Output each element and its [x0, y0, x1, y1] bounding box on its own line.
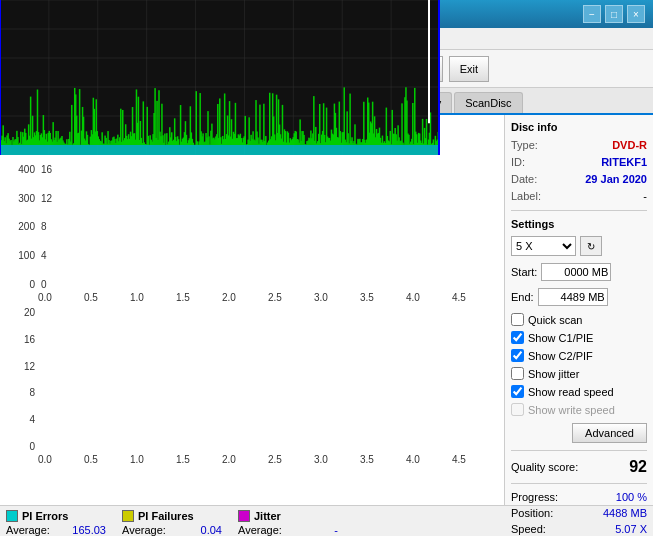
position-row: Position: 4488 MB [511, 507, 647, 519]
y-axis-right-0b: 0 [41, 279, 47, 290]
disc-label-value: - [643, 190, 647, 202]
exit-button[interactable]: Exit [449, 56, 489, 82]
y-axis-bot-12: 12 [24, 361, 35, 372]
y-axis-bot-16: 16 [24, 334, 35, 345]
refresh-button[interactable]: ↻ [580, 236, 602, 256]
position-value: 4488 MB [603, 507, 647, 519]
side-panel: Disc info Type: DVD-R ID: RITEKF1 Date: … [505, 115, 653, 505]
progress-row: Progress: 100 % [511, 491, 647, 503]
pi-failures-stats: PI Failures Average: 0.04 Maximum: 13 To… [122, 510, 222, 536]
show-c2pif-label: Show C2/PIF [528, 350, 593, 362]
quality-score-value: 92 [629, 458, 647, 476]
settings-title: Settings [511, 218, 647, 230]
pi-failures-avg: Average: 0.04 [122, 524, 222, 536]
end-mb-field[interactable] [538, 288, 608, 306]
start-mb-row: Start: [511, 263, 647, 281]
close-button[interactable]: × [627, 5, 645, 23]
y-axis-right-16: 16 [41, 164, 52, 175]
pi-errors-title: PI Errors [6, 510, 106, 522]
pi-failures-color [122, 510, 134, 522]
quality-score-row: Quality score: 92 [511, 458, 647, 476]
y-axis-top-0: 0 [29, 279, 35, 290]
pi-errors-stats: PI Errors Average: 165.03 Maximum: 423 T… [6, 510, 106, 536]
charts-area: recorded with TSSTcorp SH-B123L 500 400 … [0, 115, 505, 505]
exit-label: Exit [460, 63, 478, 75]
speed-value: 5.07 X [615, 523, 647, 535]
jitter-title: Jitter [238, 510, 338, 522]
divider-3 [511, 483, 647, 484]
show-write-speed-label: Show write speed [528, 404, 615, 416]
show-read-speed-checkbox[interactable] [511, 385, 524, 398]
end-mb-row: End: [511, 288, 647, 306]
pi-failures-chart [0, 0, 440, 145]
maximize-button[interactable]: □ [605, 5, 623, 23]
quality-score-label: Quality score: [511, 461, 578, 473]
y-axis-top-400: 400 [18, 164, 35, 175]
show-jitter-label: Show jitter [528, 368, 579, 380]
progress-value: 100 % [616, 491, 647, 503]
y-axis-top-300: 300 [18, 193, 35, 204]
pi-failures-title: PI Failures [122, 510, 222, 522]
disc-type-label: Type: [511, 139, 538, 151]
disc-date-value: 29 Jan 2020 [585, 173, 647, 185]
start-mb-label: Start: [511, 266, 537, 278]
title-bar-controls[interactable]: − □ × [583, 5, 645, 23]
show-c1pie-checkbox[interactable] [511, 331, 524, 344]
start-mb-field[interactable] [541, 263, 611, 281]
disc-id-value: RITEKF1 [601, 156, 647, 168]
pi-errors-color [6, 510, 18, 522]
divider-1 [511, 210, 647, 211]
jitter-avg: Average: - [238, 524, 338, 536]
x-axis-bottom: 0.00.51.01.52.02.53.03.54.04.5 [38, 454, 466, 465]
show-jitter-checkbox[interactable] [511, 367, 524, 380]
x-axis-top: 0.00.51.01.52.02.53.03.54.04.5 [38, 292, 466, 303]
disc-info-title: Disc info [511, 121, 647, 133]
show-write-speed-row: Show write speed [511, 403, 647, 416]
progress-label: Progress: [511, 491, 558, 503]
position-label: Position: [511, 507, 553, 519]
show-c2pif-checkbox[interactable] [511, 349, 524, 362]
disc-date-row: Date: 29 Jan 2020 [511, 173, 647, 185]
jitter-stats: Jitter Average: - Maximum: - PO failures… [238, 510, 338, 536]
tab-scandisc[interactable]: ScanDisc [454, 92, 522, 113]
y-axis-bot-20: 20 [24, 307, 35, 318]
disc-type-row: Type: DVD-R [511, 139, 647, 151]
y-axis-right-12: 12 [41, 193, 52, 204]
quick-scan-row: Quick scan [511, 313, 647, 326]
disc-id-row: ID: RITEKF1 [511, 156, 647, 168]
speed-label: Speed: [511, 523, 546, 535]
y-axis-right-8: 8 [41, 221, 47, 232]
divider-2 [511, 450, 647, 451]
jitter-color [238, 510, 250, 522]
disc-label-row: Label: - [511, 190, 647, 202]
quick-scan-label: Quick scan [528, 314, 582, 326]
main-content: recorded with TSSTcorp SH-B123L 500 400 … [0, 115, 653, 505]
y-axis-top-100: 100 [18, 250, 35, 261]
pi-errors-avg: Average: 165.03 [6, 524, 106, 536]
disc-id-label: ID: [511, 156, 525, 168]
disc-date-label: Date: [511, 173, 537, 185]
y-axis-top-200: 200 [18, 221, 35, 232]
y-axis-bot-8: 8 [29, 387, 35, 398]
disc-label-label: Label: [511, 190, 541, 202]
advanced-button[interactable]: Advanced [572, 423, 647, 443]
speed-select[interactable]: 5 X 4 X 8 X Max [511, 236, 576, 256]
quick-scan-checkbox[interactable] [511, 313, 524, 326]
show-read-speed-row: Show read speed [511, 385, 647, 398]
end-mb-label: End: [511, 291, 534, 303]
y-axis-right-4: 4 [41, 250, 47, 261]
speed-row: Speed: 5.07 X [511, 523, 647, 535]
disc-type-value: DVD-R [612, 139, 647, 151]
y-axis-bot-0: 0 [29, 441, 35, 452]
speed-settings-row: 5 X 4 X 8 X Max ↻ [511, 236, 647, 256]
y-axis-bot-4: 4 [29, 414, 35, 425]
show-jitter-row: Show jitter [511, 367, 647, 380]
show-write-speed-checkbox[interactable] [511, 403, 524, 416]
show-c2pif-row: Show C2/PIF [511, 349, 647, 362]
show-c1pie-label: Show C1/PIE [528, 332, 593, 344]
show-read-speed-label: Show read speed [528, 386, 614, 398]
minimize-button[interactable]: − [583, 5, 601, 23]
show-c1pie-row: Show C1/PIE [511, 331, 647, 344]
